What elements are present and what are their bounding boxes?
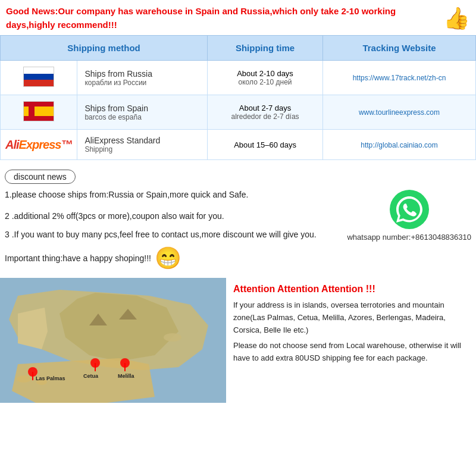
- discount-items: 1.please choose ships from:Russia or Spa…: [5, 189, 341, 271]
- attention-side: Attention Attention Attention !!! If you…: [226, 278, 476, 403]
- content-row: 1.please choose ships from:Russia or Spa…: [5, 189, 471, 271]
- col-header-tracking: Tracking Website: [322, 36, 475, 61]
- method-cell-0: Ships from Russia корабли из России: [77, 61, 208, 95]
- flag-cell-0: [1, 61, 77, 95]
- svg-text:Cetua: Cetua: [83, 373, 99, 379]
- map-svg: Las Palmas Cetua Melilla: [0, 278, 226, 403]
- thumbs-up-emoji: 👍: [443, 8, 470, 29]
- time-cell-1: About 2-7 daysalrededor de 2-7 días: [208, 95, 323, 130]
- time-cell-0: About 2-10 daysоколо 2-10 дней: [208, 61, 323, 95]
- map-side: Las Palmas Cetua Melilla: [0, 278, 226, 403]
- aliexpress-logo: AliExpress™: [5, 138, 72, 152]
- discount-item-2: 2 .additional 2% off(3pcs or more),coupo…: [5, 206, 341, 224]
- col-header-method: Shipping method: [1, 36, 208, 61]
- time-cell-2: About 15–60 days: [208, 130, 323, 160]
- discount-item-1: 1.please choose ships from:Russia or Spa…: [5, 189, 341, 201]
- discount-badge: discount news: [5, 170, 76, 184]
- svg-marker-4: [18, 308, 48, 349]
- attention-line-1: If your address is in islands, oversea t…: [233, 299, 469, 336]
- whatsapp-number: whatsapp number:+8613048836310: [347, 233, 471, 242]
- svg-point-0: [390, 190, 429, 229]
- flag-cell-1: [1, 95, 77, 130]
- tracking-cell-0: https://www.17track.net/zh-cn: [322, 61, 475, 95]
- discount-item-3: 3 .If you want to buy many pcs,feel free…: [5, 228, 341, 241]
- method-cell-2: AliExpress Standard Shipping: [77, 130, 208, 160]
- important-thing: Important thing:have a happy shoping!!! …: [5, 246, 341, 271]
- announcement-banner: Good News:Our company has warehouse in S…: [0, 0, 476, 35]
- attention-body: If your address is in islands, oversea t…: [233, 299, 469, 365]
- svg-text:Melilla: Melilla: [118, 373, 135, 379]
- russia-flag: [23, 67, 54, 87]
- shipping-table: Shipping method Shipping time Tracking W…: [0, 35, 476, 160]
- discount-section: discount news 1.please choose ships from…: [0, 166, 476, 274]
- announcement-text: Good News:Our company has warehouse in S…: [6, 5, 440, 32]
- tracking-cell-1: www.tourlineexpress.com: [322, 95, 475, 130]
- svg-point-8: [164, 333, 181, 342]
- grin-emoji: 😁: [155, 246, 181, 271]
- whatsapp-area: whatsapp number:+8613048836310: [341, 189, 471, 242]
- tracking-cell-2: http://global.cainiao.com: [322, 130, 475, 160]
- svg-marker-11: [12, 358, 155, 403]
- col-header-time: Shipping time: [208, 36, 323, 61]
- attention-title: Attention Attention Attention !!!: [233, 284, 469, 295]
- spain-flag: [23, 101, 54, 121]
- method-cell-1: Ships from Spain barcos de españa: [77, 95, 208, 130]
- flag-cell-2: AliExpress™: [1, 130, 77, 160]
- whatsapp-icon: [389, 189, 430, 230]
- svg-text:Las Palmas: Las Palmas: [36, 375, 65, 381]
- bottom-section: Las Palmas Cetua Melilla Attention Atten…: [0, 278, 476, 403]
- attention-line-2: Please do not choose send from Local war…: [233, 340, 469, 365]
